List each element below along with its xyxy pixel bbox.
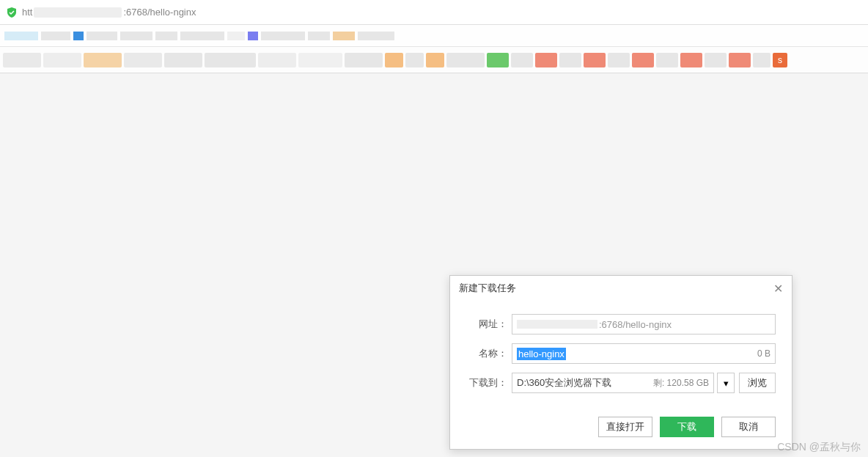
shield-icon	[6, 7, 18, 18]
url-protocol: htt	[22, 7, 32, 18]
dialog-header: 新建下载任务 ✕	[450, 276, 792, 301]
url-label: 网址：	[466, 318, 507, 331]
tabs-bar[interactable]: s	[0, 47, 868, 73]
url-blurred-prefix	[517, 320, 597, 329]
saveto-dropdown[interactable]: ▾	[717, 373, 735, 393]
url-input[interactable]: :6768/hello-nginx	[512, 314, 776, 334]
bookmarks-bar[interactable]	[0, 25, 868, 47]
watermark: CSDN @孟秋与你	[777, 441, 861, 454]
address-bar[interactable]: htt :6768/hello-nginx	[0, 0, 868, 25]
saveto-input[interactable]: D:\360安全浏览器下载 剩: 120.58 GB	[512, 373, 714, 393]
dialog-title: 新建下载任务	[459, 282, 516, 295]
disk-remain: 剩: 120.58 GB	[653, 377, 709, 390]
url-port-path: :6768/hello-nginx	[123, 7, 196, 18]
url-text[interactable]: htt :6768/hello-nginx	[22, 7, 196, 18]
save-path: D:\360安全浏览器下载	[517, 376, 611, 390]
chevron-down-icon: ▾	[724, 378, 729, 389]
file-size: 0 B	[757, 348, 770, 359]
name-value: hello-nginx	[517, 348, 566, 360]
tab-badge-s: s	[773, 53, 787, 67]
url-suffix: :6768/hello-nginx	[599, 319, 672, 330]
download-dialog: 新建下载任务 ✕ 网址： :6768/hello-nginx 名称： hello…	[449, 275, 792, 450]
saveto-label: 下载到：	[466, 376, 507, 390]
url-blurred-host	[34, 7, 122, 18]
close-icon[interactable]: ✕	[773, 282, 783, 296]
open-button[interactable]: 直接打开	[598, 417, 652, 437]
browse-button[interactable]: 浏览	[739, 373, 776, 393]
cancel-button[interactable]: 取消	[721, 417, 776, 437]
download-button[interactable]: 下载	[660, 417, 714, 437]
name-label: 名称：	[466, 347, 507, 360]
name-input[interactable]: hello-nginx 0 B	[512, 343, 776, 364]
